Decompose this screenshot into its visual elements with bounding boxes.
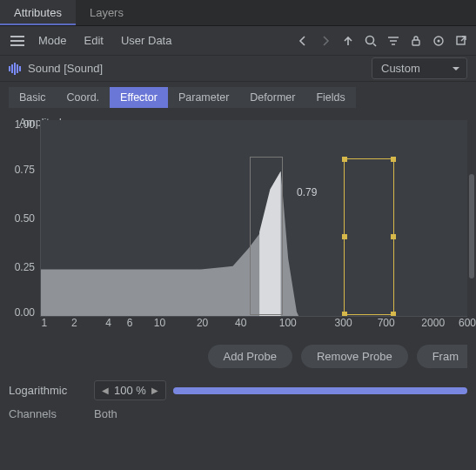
search-icon[interactable] bbox=[361, 31, 380, 50]
ytick: 0.75 bbox=[15, 164, 35, 176]
logarithmic-spinner[interactable]: ◀ 100 % ▶ bbox=[94, 380, 166, 400]
channels-label: Channels bbox=[9, 407, 87, 420]
sound-icon bbox=[9, 63, 21, 75]
subtab-parameter[interactable]: Parameter bbox=[168, 87, 239, 108]
ytick: 1.00 bbox=[15, 118, 35, 131]
menu-mode[interactable]: Mode bbox=[30, 29, 76, 52]
svg-point-3 bbox=[438, 39, 440, 42]
probe-box[interactable] bbox=[250, 157, 283, 315]
add-probe-button[interactable]: Add Probe bbox=[208, 345, 292, 368]
svg-rect-1 bbox=[412, 40, 419, 45]
amplitude-chart[interactable]: 0.79 bbox=[40, 120, 467, 317]
ytick: 0.25 bbox=[15, 261, 35, 273]
xtick: 700 bbox=[378, 317, 395, 329]
svg-point-0 bbox=[366, 36, 374, 44]
y-axis: 1.00 0.75 0.50 0.25 0.00 bbox=[9, 120, 40, 317]
xtick: 2000 bbox=[421, 317, 445, 329]
chevron-left-icon: ◀ bbox=[102, 386, 109, 395]
target-icon[interactable] bbox=[429, 31, 448, 50]
selection-box[interactable] bbox=[344, 158, 394, 315]
channels-select[interactable]: Both bbox=[94, 407, 117, 420]
nav-up-icon[interactable] bbox=[339, 31, 358, 50]
xtick: 2 bbox=[71, 317, 77, 329]
menu-edit[interactable]: Edit bbox=[76, 29, 112, 52]
vertical-scrollbar[interactable] bbox=[469, 174, 474, 279]
filter-icon[interactable] bbox=[384, 31, 403, 50]
tab-attributes[interactable]: Attributes bbox=[0, 0, 76, 25]
object-title: Sound [Sound] bbox=[28, 62, 372, 75]
ytick: 0.00 bbox=[15, 306, 35, 319]
svg-rect-4 bbox=[457, 37, 465, 44]
logarithmic-label: Logarithmic bbox=[9, 384, 87, 397]
subtab-basic[interactable]: Basic bbox=[9, 87, 57, 108]
xtick: 4 bbox=[105, 317, 111, 329]
frame-button[interactable]: Fram bbox=[417, 345, 467, 368]
xtick: 1 bbox=[42, 317, 48, 329]
xtick: 100 bbox=[279, 317, 297, 329]
logarithmic-slider[interactable] bbox=[173, 387, 467, 394]
subtab-fields[interactable]: Fields bbox=[305, 87, 355, 108]
nav-forward-icon[interactable] bbox=[316, 31, 335, 50]
xtick: 20 bbox=[197, 317, 208, 329]
logarithmic-value: 100 % bbox=[114, 384, 146, 397]
remove-probe-button[interactable]: Remove Probe bbox=[301, 345, 408, 368]
x-axis: 1 2 4 6 10 20 40 100 300 700 2000 600 bbox=[40, 317, 467, 332]
subtab-coord[interactable]: Coord. bbox=[57, 87, 111, 108]
ytick: 0.50 bbox=[15, 212, 35, 225]
lock-icon[interactable] bbox=[406, 31, 426, 50]
subtab-deformer[interactable]: Deformer bbox=[239, 87, 305, 108]
preset-dropdown[interactable]: Custom bbox=[372, 57, 467, 79]
probe-value-label: 0.79 bbox=[297, 186, 317, 198]
subtab-effector[interactable]: Effector bbox=[110, 87, 168, 108]
nav-back-icon[interactable] bbox=[293, 31, 312, 50]
hamburger-icon[interactable] bbox=[5, 30, 30, 51]
xtick: 600 bbox=[459, 317, 476, 329]
xtick: 10 bbox=[154, 317, 165, 329]
tab-layers[interactable]: Layers bbox=[76, 0, 137, 25]
xtick: 6 bbox=[127, 317, 133, 329]
xtick: 300 bbox=[335, 317, 352, 329]
chevron-right-icon: ▶ bbox=[151, 386, 158, 395]
popout-icon[interactable] bbox=[452, 31, 471, 50]
xtick: 40 bbox=[235, 317, 246, 329]
menu-userdata[interactable]: User Data bbox=[112, 29, 181, 52]
